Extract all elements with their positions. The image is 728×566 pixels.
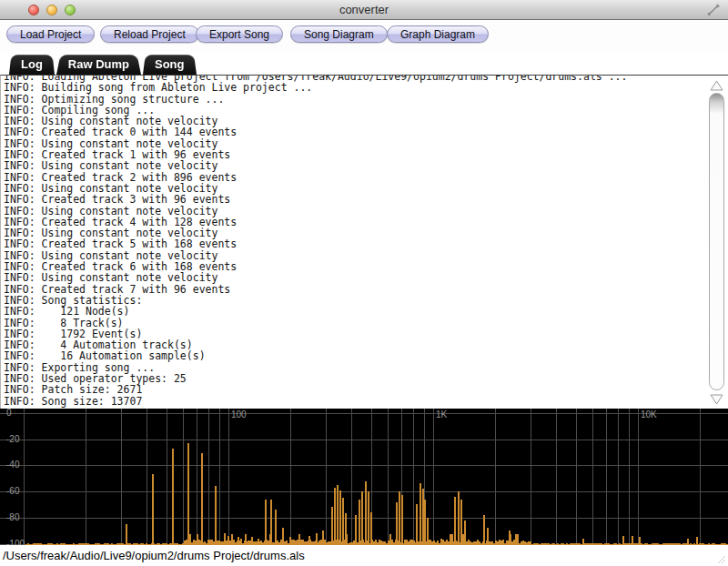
toolbar: Load ProjectReload ProjectExport SongSon… xyxy=(0,20,728,51)
log-text: INFO: Loading Ableton Live project from … xyxy=(1,75,728,407)
spectrum-analyzer: 1001K10K0-20-40-60-80-100 xyxy=(0,409,728,545)
spectrum-bar xyxy=(365,481,367,545)
db-axis-label: -20 xyxy=(6,434,19,444)
db-axis-label: -60 xyxy=(6,486,19,496)
spectrum-bar xyxy=(454,497,456,545)
grid-line-horizontal xyxy=(0,465,728,466)
spectrum-bar xyxy=(396,502,398,545)
project-path: /Users/freak/Audio/Live9/opium2/drums Pr… xyxy=(0,549,305,562)
spectrum-bar xyxy=(401,495,403,545)
status-bar: /Users/freak/Audio/Live9/opium2/drums Pr… xyxy=(0,545,728,566)
grid-line-horizontal xyxy=(0,518,728,519)
grid-line-vertical xyxy=(388,409,389,545)
freq-axis-label: 10K xyxy=(641,409,657,419)
grid-line-vertical xyxy=(433,409,434,545)
tab-label: Log xyxy=(21,57,43,71)
db-axis-label: 0 xyxy=(6,409,12,418)
log-line: INFO: Created track 3 with 96 events xyxy=(4,194,728,205)
grid-line-vertical xyxy=(147,409,147,545)
spectrum-bar xyxy=(187,443,189,545)
grid-line-vertical xyxy=(592,409,593,545)
spectrum-bar xyxy=(334,488,336,545)
grid-line-vertical xyxy=(351,409,352,545)
grid-line-vertical xyxy=(219,409,220,545)
grid-line-vertical xyxy=(700,409,701,545)
reload-project-button[interactable]: Reload Project xyxy=(100,25,199,43)
spectrum-bar xyxy=(342,498,344,545)
db-axis-label: -40 xyxy=(6,460,19,470)
log-scrollbar[interactable] xyxy=(706,76,728,409)
tab-raw-dump[interactable]: Raw Dump xyxy=(56,53,141,75)
load-project-button[interactable]: Load Project xyxy=(6,25,95,43)
log-line: INFO: Using constant note velocity xyxy=(4,272,728,283)
grid-line-vertical xyxy=(121,409,122,545)
scrollbar-thumb[interactable] xyxy=(709,93,724,390)
tab-song[interactable]: Song xyxy=(143,53,197,75)
grid-line-vertical xyxy=(638,409,639,545)
spectrum-bar xyxy=(339,490,341,545)
spectrum-bar xyxy=(265,500,267,545)
grid-line-vertical xyxy=(629,409,630,545)
spectrum-bar xyxy=(152,474,154,545)
grid-line-vertical xyxy=(208,409,209,545)
log-viewport[interactable]: INFO: Loading Ableton Live project from … xyxy=(0,75,728,409)
log-line: INFO: Patch size: 2671 xyxy=(4,384,728,395)
spectrum-bar xyxy=(215,486,217,545)
grid-line-vertical xyxy=(167,409,167,545)
window-title: converter xyxy=(0,3,728,16)
spectrum-bar xyxy=(359,500,360,545)
log-line: INFO: Created track 5 with 168 events xyxy=(4,238,728,249)
db-axis-label: -80 xyxy=(6,512,19,522)
spectrum-bar xyxy=(361,491,363,545)
grid-line-vertical xyxy=(24,409,25,545)
log-line: INFO: Building song from Ableton Live pr… xyxy=(4,82,728,93)
grid-line-vertical xyxy=(86,409,86,545)
title-bar: converter xyxy=(0,0,728,20)
log-line: INFO: Using constant note velocity xyxy=(4,206,728,217)
grid-line-vertical xyxy=(290,409,291,545)
grid-line-vertical xyxy=(183,409,184,545)
grid-line-vertical xyxy=(326,409,327,545)
grid-line-vertical xyxy=(556,409,557,545)
scroll-up-icon[interactable] xyxy=(710,80,723,91)
grid-line-vertical xyxy=(618,409,619,545)
song-diagram-button[interactable]: Song Diagram xyxy=(290,25,388,43)
scroll-down-icon[interactable] xyxy=(710,394,723,405)
export-song-button[interactable]: Export Song xyxy=(196,25,283,43)
spectrum-bar xyxy=(368,491,369,545)
spectrum-bar xyxy=(483,515,485,545)
freq-axis-label: 1K xyxy=(436,409,447,419)
spectrum-bar xyxy=(458,491,460,545)
log-line: INFO: Created track 0 with 144 events xyxy=(4,126,728,137)
tab-bar: LogRaw DumpSong xyxy=(0,51,728,75)
spectrum-bar xyxy=(201,453,203,545)
graph-diagram-button[interactable]: Graph Diagram xyxy=(387,25,489,43)
grid-line-horizontal xyxy=(0,491,728,492)
grid-line-vertical xyxy=(413,409,414,545)
freq-axis-label: 100 xyxy=(231,409,247,419)
grid-line-vertical xyxy=(228,409,229,545)
tab-label: Raw Dump xyxy=(68,57,129,71)
resize-icon[interactable] xyxy=(706,3,721,17)
spectrum-bar xyxy=(416,504,418,545)
grid-line-vertical xyxy=(531,409,531,545)
grid-line-horizontal xyxy=(0,440,728,440)
tab-log[interactable]: Log xyxy=(9,53,55,75)
spectrum-bar xyxy=(424,500,426,545)
log-line: INFO: Using constant note velocity xyxy=(4,160,728,171)
spectrum-bar xyxy=(420,483,421,545)
log-line: INFO: 16 Automation sample(s) xyxy=(4,350,728,361)
db-axis-label: -100 xyxy=(6,539,25,545)
grid-line-vertical xyxy=(606,409,607,545)
spectrum-bar xyxy=(172,449,174,545)
log-line: INFO: 8 Track(s) xyxy=(4,318,728,328)
log-line: INFO: 121 Node(s) xyxy=(4,306,728,317)
grid-line-vertical xyxy=(495,409,496,545)
spectrum-bar xyxy=(399,491,400,545)
tab-label: Song xyxy=(155,57,185,71)
grid-line-vertical xyxy=(576,409,577,545)
grid-line-horizontal xyxy=(0,413,728,414)
log-line: INFO: Song size: 13707 xyxy=(4,396,728,407)
resize-grip-icon[interactable] xyxy=(715,553,726,564)
grid-line-vertical xyxy=(197,409,197,545)
